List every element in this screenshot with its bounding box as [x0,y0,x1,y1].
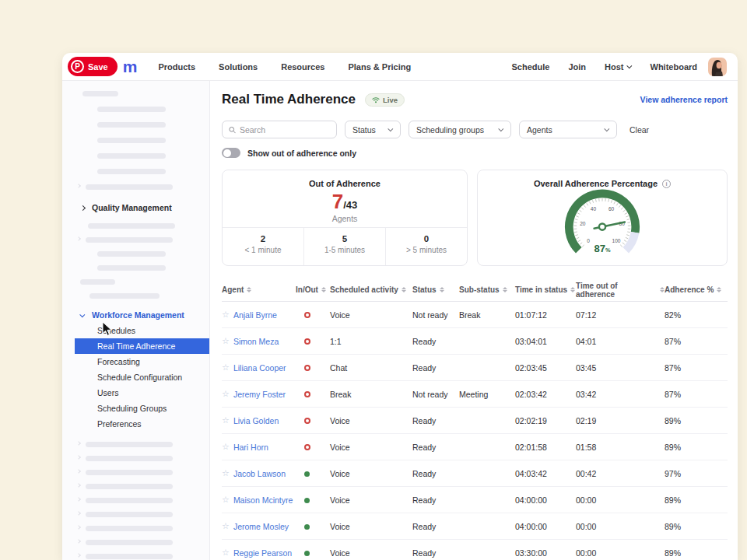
star-icon[interactable]: ☆ [222,469,230,478]
sort-icon[interactable] [440,287,444,293]
sort-icon[interactable] [402,287,406,293]
table-row[interactable]: ☆Reggie PearsonVoiceReady03:30:0000:0089… [222,540,728,560]
filter-dropdowns: StatusScheduling groupsAgents [345,121,617,138]
table-row[interactable]: ☆Anjali ByrneVoiceNot readyBreak01:07:12… [222,302,728,328]
avatar[interactable] [708,58,727,76]
time-in-status-cell: 04:00:00 [515,495,576,505]
status-cell: Ready [412,416,459,425]
filter-dropdown-status[interactable]: Status [345,121,401,138]
sidebar-item-real-time-adherence[interactable]: Real Time Adherence [75,338,209,354]
table-row[interactable]: ☆Livia GoldenVoiceReady02:02:1902:1989% [222,408,728,434]
time-in-status-cell: 01:07:12 [515,310,576,320]
adherence-cell: 87% [665,390,728,399]
agent-link[interactable]: Liliana Cooper [233,363,286,373]
sidebar-item-forecasting[interactable]: Forecasting [62,354,209,369]
star-icon[interactable]: ☆ [222,390,230,398]
nav-item-resources[interactable]: Resources [281,62,324,72]
sort-icon[interactable] [321,287,326,293]
status-cell: Ready [412,469,459,478]
table-row[interactable]: ☆Jacob LawsonVoiceReady04:03:4200:4297% [222,460,728,487]
star-icon[interactable]: ☆ [222,337,230,345]
sort-icon[interactable] [247,287,251,293]
skeleton-bar [86,526,173,531]
column-header-in-out[interactable]: In/Out [296,285,330,294]
column-header-adherence[interactable]: Adherence % [665,285,728,294]
agent-link[interactable]: Reggie Pearson [233,548,292,558]
sidebar-item-scheduling-groups[interactable]: Scheduling Groups [62,401,209,416]
svg-text:60: 60 [608,206,615,212]
sidebar-section-label: Workforce Management [92,310,184,320]
table-row[interactable]: ☆Hari HornVoiceReady02:01:5801:5889% [222,434,728,460]
toggle-label: Show out of adherence only [247,149,356,158]
window-body: Quality Management Workforce Management … [62,81,738,560]
sidebar-item-schedule-configuration[interactable]: Schedule Configuration [62,369,209,385]
star-icon[interactable]: ☆ [222,548,230,557]
star-icon[interactable]: ☆ [222,416,230,425]
table-row[interactable]: ☆Jerome MosleyVoiceReady04:00:0000:0089% [222,513,728,540]
breakdown-label: 1-5 minutes [304,246,385,254]
svg-text:0: 0 [587,238,590,243]
sub-status-cell: Meeting [459,390,515,399]
skeleton-bar [97,169,166,174]
nav-item-join[interactable]: Join [568,62,586,72]
filter-dropdown-agents[interactable]: Agents [519,121,617,138]
column-header-status[interactable]: Status [412,285,459,294]
star-icon[interactable]: ☆ [222,495,230,504]
out-of-adherence-title: Out of Adherence [223,179,467,188]
column-header-agent[interactable]: Agent [222,285,296,294]
miro-logo[interactable]: m [123,58,137,75]
status-cell: Ready [412,337,459,346]
table-row[interactable]: ☆Maison McintyreVoiceReady04:00:0000:008… [222,487,728,513]
out-of-adherence-card: Out of Adherence 7/43 Agents 2< 1 minute… [222,170,468,266]
clear-filters-button[interactable]: Clear [630,125,649,135]
star-icon[interactable]: ☆ [222,522,230,530]
nav-item-schedule[interactable]: Schedule [512,62,550,72]
page-header: Real Time Adherence Live View adherence … [222,92,728,107]
table-row[interactable]: ☆Jeremy FosterBreakNot readyMeeting02:03… [222,381,728,408]
nav-item-solutions[interactable]: Solutions [219,62,258,72]
live-badge-label: Live [383,96,398,104]
nav-item-plans-pricing[interactable]: Plans & Pricing [348,62,411,72]
view-adherence-report-link[interactable]: View adherence report [640,95,728,104]
nav-item-host[interactable]: Host [605,62,631,72]
agent-link[interactable]: Jeremy Foster [233,390,286,399]
agent-link[interactable]: Jerome Mosley [233,522,289,531]
dropdown-label: Agents [527,125,552,135]
sidebar-item-quality-management[interactable]: Quality Management [62,200,209,215]
agent-link[interactable]: Hari Horn [233,443,268,452]
agent-link[interactable]: Maison Mcintyre [233,495,293,505]
filter-dropdown-scheduling-groups[interactable]: Scheduling groups [409,121,511,138]
sidebar-item-schedules[interactable]: Schedules [62,323,209,338]
sidebar-item-workforce-management[interactable]: Workforce Management [62,307,209,323]
nav-item-products[interactable]: Products [158,62,195,72]
search-input[interactable] [240,125,330,135]
agent-link[interactable]: Simon Meza [233,337,279,346]
sidebar-item-preferences[interactable]: Preferences [62,416,209,432]
column-header-sub-status[interactable]: Sub-status [459,285,515,294]
agent-link[interactable]: Anjali Byrne [233,310,277,320]
table-row[interactable]: ☆Simon Meza1:1Ready03:04:0104:0187% [222,328,728,355]
sidebar-item-users[interactable]: Users [62,385,209,401]
star-icon[interactable]: ☆ [222,310,230,319]
table-row[interactable]: ☆Liliana CooperChatReady02:03:4503:4587% [222,355,728,381]
star-icon[interactable]: ☆ [222,443,230,451]
pinterest-save-button[interactable]: P Save [68,57,117,76]
star-icon[interactable]: ☆ [222,363,230,372]
agent-link[interactable]: Jacob Lawson [233,469,286,478]
column-header-label: Time in status [515,285,567,294]
adherence-cell: 89% [665,522,728,531]
skeleton-bar [86,498,173,503]
column-header-time-out-of-adherence[interactable]: Time out of adherence [576,282,665,299]
sort-up-arrow [321,287,326,289]
show-out-of-adherence-toggle[interactable] [222,148,240,158]
agent-link[interactable]: Livia Golden [233,416,279,425]
column-header-scheduled-activity[interactable]: Scheduled activity [330,285,412,294]
sort-icon[interactable] [717,287,721,293]
sort-icon[interactable] [503,287,507,293]
info-icon[interactable]: i [662,180,671,188]
nav-item-whiteboard[interactable]: Whiteboard [651,62,698,72]
column-header-time-in-status[interactable]: Time in status [515,285,576,294]
in-out-cell [296,310,330,320]
sort-icon[interactable] [570,287,575,293]
out-of-adherence-indicator [304,418,310,424]
